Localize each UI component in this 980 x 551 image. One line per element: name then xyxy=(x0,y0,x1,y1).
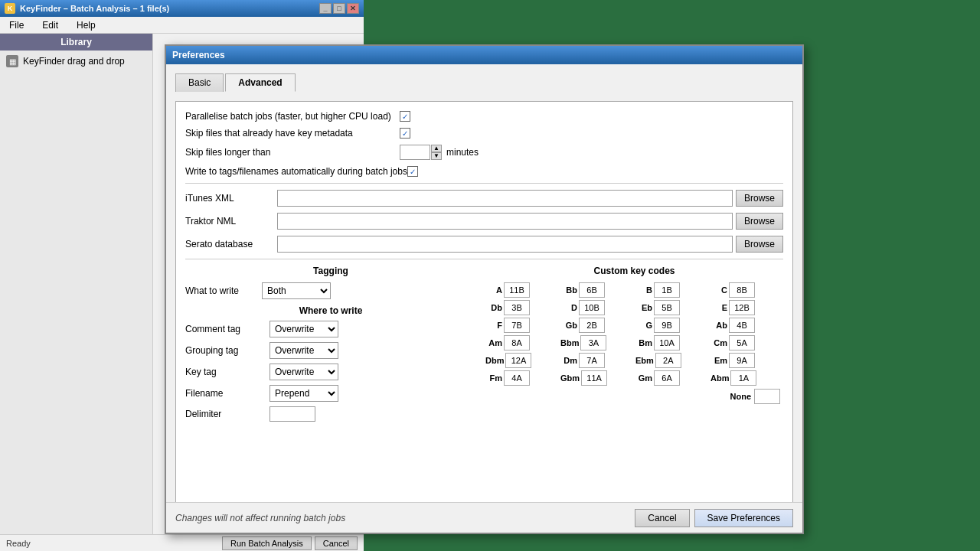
what-to-write-select[interactable]: Keys Tags Both xyxy=(262,282,331,299)
sidebar-item-keyfinder[interactable]: ▦ KeyFinder drag and drop xyxy=(0,51,152,72)
where-to-write-title: Where to write xyxy=(185,305,476,316)
skip-key-checkbox[interactable] xyxy=(400,128,410,139)
key-tag-select[interactable]: Overwrite Prepend Append Skip xyxy=(270,364,338,380)
key-input-Bb[interactable] xyxy=(579,282,605,298)
cancel-button[interactable]: Cancel xyxy=(635,509,689,527)
key-input-B[interactable] xyxy=(654,282,680,298)
skip-longer-spinbox: 30 ▲ ▼ xyxy=(400,145,442,160)
itunes-input[interactable]: C:/Users/Мэн/My Music/iTunes/iTunes Musi… xyxy=(277,190,733,207)
key-note-Fm: Fm xyxy=(485,373,502,383)
main-cancel-button[interactable]: Cancel xyxy=(315,536,358,550)
itunes-browse-button[interactable]: Browse xyxy=(736,190,783,207)
key-input-Em[interactable] xyxy=(729,353,755,368)
key-pair-G: G xyxy=(635,318,708,333)
maximize-button[interactable]: □ xyxy=(333,3,345,14)
key-input-Gbm[interactable] xyxy=(581,370,607,386)
key-note-E: E xyxy=(710,303,727,312)
folder-icon: ▦ xyxy=(6,55,18,67)
serato-input[interactable]: C:/Users/Мэн/My Music/_Serato_/database … xyxy=(277,236,733,253)
key-pair-F: F xyxy=(485,318,558,333)
key-input-Db[interactable] xyxy=(504,300,530,315)
key-pair-Eb: Eb xyxy=(635,300,708,315)
key-codes-grid: A Bb B C xyxy=(485,282,783,386)
skip-key-label: Skip files that already have key metadat… xyxy=(185,128,400,139)
dialog-content: Basic Advanced Parallelise batch jobs (f… xyxy=(166,64,802,502)
app-icon: K xyxy=(5,3,15,14)
key-input-A[interactable] xyxy=(504,282,530,298)
tagging-section: Tagging What to write Keys Tags Both Whe… xyxy=(185,266,476,426)
save-preferences-button[interactable]: Save Preferences xyxy=(694,509,793,527)
key-input-G[interactable] xyxy=(654,318,680,333)
key-input-F[interactable] xyxy=(504,318,530,333)
key-pair-Db: Db xyxy=(485,300,558,315)
key-input-E[interactable] xyxy=(729,300,755,315)
spinbox-down[interactable]: ▼ xyxy=(431,152,442,160)
key-pair-A: A xyxy=(485,282,558,298)
key-note-Cm: Cm xyxy=(710,338,727,347)
key-input-Bbm[interactable] xyxy=(580,335,606,350)
none-row: None xyxy=(485,389,783,404)
delimiter-input[interactable]: - xyxy=(270,406,315,422)
comment-tag-select[interactable]: Overwrite Prepend Append Skip xyxy=(270,321,338,337)
key-input-Bm[interactable] xyxy=(654,335,680,350)
key-input-Gm[interactable] xyxy=(654,370,680,386)
key-pair-Dm: Dm xyxy=(560,353,633,368)
key-input-D[interactable] xyxy=(579,300,605,315)
key-tag-row: Key tag Overwrite Prepend Append Skip xyxy=(185,364,476,380)
tab-basic[interactable]: Basic xyxy=(175,73,224,92)
key-tag-label: Key tag xyxy=(185,367,270,377)
key-note-Am: Am xyxy=(485,338,502,347)
key-input-Dbm[interactable] xyxy=(505,353,531,368)
serato-browse-button[interactable]: Browse xyxy=(736,236,783,253)
key-input-Fm[interactable] xyxy=(504,370,530,386)
none-input[interactable] xyxy=(754,389,780,404)
key-input-Dm[interactable] xyxy=(579,353,605,368)
menu-file[interactable]: File xyxy=(6,18,27,32)
key-note-F: F xyxy=(485,321,502,330)
key-pair-Dbm: Dbm xyxy=(485,353,558,368)
filename-label: Filename xyxy=(185,388,270,399)
minimize-button[interactable]: _ xyxy=(319,3,332,14)
menu-edit[interactable]: Edit xyxy=(39,18,61,32)
traktor-input[interactable]: C:/Users/Мэн/My Documents/Native Instrum… xyxy=(277,213,733,230)
delimiter-label: Delimiter xyxy=(185,409,270,419)
key-note-A: A xyxy=(485,285,502,295)
menu-help[interactable]: Help xyxy=(74,18,99,32)
skip-longer-input[interactable]: 30 xyxy=(400,145,430,160)
grouping-tag-select[interactable]: Overwrite Prepend Append Skip xyxy=(270,342,338,359)
skip-key-row: Skip files that already have key metadat… xyxy=(185,128,783,139)
what-to-write-row: What to write Keys Tags Both xyxy=(185,282,476,299)
key-input-Eb[interactable] xyxy=(654,300,680,315)
key-pair-Abm: Abm xyxy=(710,370,783,386)
key-note-Ab: Ab xyxy=(710,321,727,330)
key-note-Gm: Gm xyxy=(635,373,652,383)
serato-row: Serato database C:/Users/Мэн/My Music/_S… xyxy=(185,236,783,253)
traktor-browse-button[interactable]: Browse xyxy=(736,213,783,230)
key-input-Gb[interactable] xyxy=(579,318,605,333)
serato-label: Serato database xyxy=(185,239,277,249)
parallelise-checkbox[interactable] xyxy=(400,111,410,122)
filename-select[interactable]: Overwrite Prepend Append Skip xyxy=(270,385,338,402)
spinbox-up[interactable]: ▲ xyxy=(431,145,442,152)
key-note-G: G xyxy=(635,321,652,330)
key-pair-Gbm: Gbm xyxy=(560,370,633,386)
key-input-Abm[interactable] xyxy=(730,370,756,386)
key-input-C[interactable] xyxy=(729,282,755,298)
key-input-Cm[interactable] xyxy=(729,335,755,350)
menu-bar: File Edit Help xyxy=(0,17,364,34)
key-note-Bb: Bb xyxy=(560,285,577,295)
none-label: None xyxy=(730,392,752,401)
tab-advanced[interactable]: Advanced xyxy=(225,73,295,92)
write-tags-checkbox[interactable] xyxy=(407,166,418,177)
key-pair-Am: Am xyxy=(485,335,558,350)
key-pair-C: C xyxy=(710,282,783,298)
run-batch-button[interactable]: Run Batch Analysis xyxy=(222,536,312,550)
skip-longer-row: Skip files longer than 30 ▲ ▼ minutes xyxy=(185,145,783,160)
key-input-Ebm[interactable] xyxy=(655,353,681,368)
tagging-title: Tagging xyxy=(185,266,476,276)
key-input-Ab[interactable] xyxy=(729,318,755,333)
close-button[interactable]: ✕ xyxy=(347,3,359,14)
key-input-Am[interactable] xyxy=(504,335,530,350)
key-pair-Ab: Ab xyxy=(710,318,783,333)
filename-row: Filename Overwrite Prepend Append Skip xyxy=(185,385,476,402)
